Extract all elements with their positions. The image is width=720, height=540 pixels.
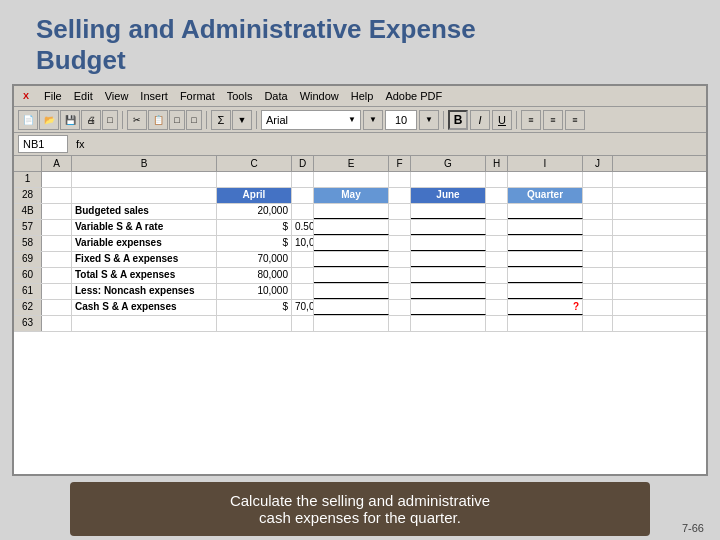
cell-dollar-sign[interactable]: $ [217,236,292,251]
cell-may-header[interactable]: May [314,188,389,203]
cell-value[interactable]: 70,000 [292,300,314,315]
cell[interactable] [583,252,613,267]
cell[interactable] [486,172,508,187]
save-button[interactable]: 💾 [60,110,80,130]
cell[interactable] [508,252,583,267]
menu-data[interactable]: Data [258,88,293,104]
cell[interactable] [411,220,486,235]
copy-button[interactable]: 📋 [148,110,168,130]
cell[interactable] [292,172,314,187]
menu-insert[interactable]: Insert [134,88,174,104]
cut-button[interactable]: ✂ [127,110,147,130]
cell[interactable] [72,188,217,203]
align-center[interactable]: ≡ [543,110,563,130]
cell-quarter-header[interactable]: Quarter [508,188,583,203]
cell[interactable] [508,316,583,331]
cell[interactable] [508,284,583,299]
cell[interactable] [583,236,613,251]
cell[interactable] [42,268,72,283]
cell[interactable] [72,316,217,331]
cell[interactable] [42,172,72,187]
cell-dollar-sign[interactable]: $ [217,300,292,315]
menu-help[interactable]: Help [345,88,380,104]
cell[interactable] [292,316,314,331]
cell[interactable] [411,252,486,267]
cell[interactable] [292,252,314,267]
cell[interactable] [42,204,72,219]
cell[interactable] [486,252,508,267]
cell[interactable] [486,316,508,331]
cell[interactable] [292,268,314,283]
cell[interactable] [583,268,613,283]
cell-june-header[interactable]: June [411,188,486,203]
cell[interactable] [389,300,411,315]
preview-button[interactable]: □ [102,110,118,130]
cell[interactable] [389,268,411,283]
cell[interactable] [486,188,508,203]
cell[interactable] [389,172,411,187]
font-selector[interactable]: Arial ▼ [261,110,361,130]
cell[interactable] [486,268,508,283]
cell[interactable] [42,220,72,235]
cell[interactable] [314,300,389,315]
open-button[interactable]: 📂 [39,110,59,130]
italic-button[interactable]: I [470,110,490,130]
cell[interactable] [42,300,72,315]
align-left[interactable]: ≡ [521,110,541,130]
format-painter[interactable]: □ [186,110,202,130]
cell-reference-box[interactable]: NB1 [18,135,68,153]
cell[interactable] [583,300,613,315]
cell[interactable] [42,188,72,203]
cell-value[interactable]: 20,000 [217,204,292,219]
print-button[interactable]: 🖨 [81,110,101,130]
cell[interactable] [583,204,613,219]
sigma-button[interactable]: Σ [211,110,231,130]
cell[interactable] [411,316,486,331]
cell[interactable] [583,188,613,203]
cell[interactable] [292,204,314,219]
cell-label-cash-expenses[interactable]: Cash S & A expenses [72,300,217,315]
cell[interactable] [508,268,583,283]
cell[interactable] [314,268,389,283]
cell[interactable] [42,252,72,267]
cell[interactable] [314,252,389,267]
sort-asc[interactable]: ▼ [232,110,252,130]
cell-label-variable-expenses[interactable]: Variable expenses [72,236,217,251]
size-dropdown-arrow[interactable]: ▼ [419,110,439,130]
cell[interactable] [389,204,411,219]
cell[interactable] [411,284,486,299]
menu-format[interactable]: Format [174,88,221,104]
cell[interactable] [411,172,486,187]
cell[interactable] [217,172,292,187]
menu-edit[interactable]: Edit [68,88,99,104]
cell-april-header[interactable]: April [217,188,292,203]
cell[interactable] [583,284,613,299]
cell[interactable] [486,236,508,251]
cell[interactable] [583,172,613,187]
cell[interactable] [217,316,292,331]
cell[interactable] [314,236,389,251]
menu-file[interactable]: File [38,88,68,104]
cell[interactable] [42,316,72,331]
cell[interactable] [508,220,583,235]
font-size-selector[interactable]: 10 [385,110,417,130]
cell[interactable] [314,220,389,235]
cell[interactable] [42,284,72,299]
paste-button[interactable]: □ [169,110,185,130]
cell[interactable] [389,220,411,235]
cell-label-variable-rate[interactable]: Variable S & A rate [72,220,217,235]
cell-value[interactable]: 10,000 [217,284,292,299]
menu-window[interactable]: Window [294,88,345,104]
cell[interactable] [486,284,508,299]
font-dropdown-arrow[interactable]: ▼ [363,110,383,130]
cell-dollar-sign[interactable]: $ [217,220,292,235]
cell-value[interactable]: 10,000 [292,236,314,251]
cell[interactable] [389,188,411,203]
cell-value[interactable]: 70,000 [217,252,292,267]
cell[interactable] [411,300,486,315]
cell[interactable] [486,220,508,235]
cell[interactable] [314,284,389,299]
cell[interactable] [411,268,486,283]
cell[interactable] [411,236,486,251]
underline-button[interactable]: U [492,110,512,130]
